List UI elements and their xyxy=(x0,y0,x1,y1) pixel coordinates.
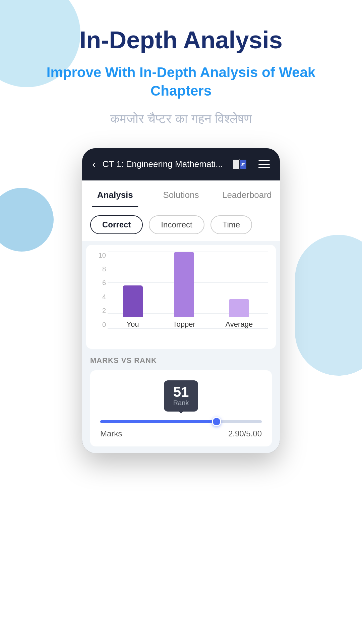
y-label-0: 0 xyxy=(94,321,106,329)
rank-bubble: 51 Rank xyxy=(164,380,198,412)
tab-solutions[interactable]: Solutions xyxy=(148,180,214,207)
hamburger-menu[interactable] xyxy=(258,160,270,168)
bar-average xyxy=(229,299,249,317)
hamburger-line-2 xyxy=(258,164,270,165)
bar-topper xyxy=(174,252,194,317)
rank-text: Rank xyxy=(173,399,189,407)
rank-bubble-row: 51 Rank xyxy=(100,380,262,412)
bar-label-topper: Topper xyxy=(173,320,195,329)
subtitle-english: Improve With In-Depth Analysis of Weak C… xyxy=(20,63,342,100)
book-icon: अ xyxy=(231,158,248,171)
y-axis: 10 8 6 4 2 0 xyxy=(94,252,106,329)
tab-leaderboard[interactable]: Leaderboard xyxy=(214,180,280,207)
filter-row: Correct Incorrect Time xyxy=(82,207,280,241)
slider-row xyxy=(100,420,262,423)
phone-mockup: ‹ CT 1: Engineering Mathemati... अ xyxy=(82,148,280,453)
bar-label-you: You xyxy=(126,320,139,329)
subtitle-hindi: कमजोर चैप्टर का गहन विश्लेषण xyxy=(110,110,252,128)
back-button[interactable]: ‹ xyxy=(92,158,96,170)
tabs-row: Analysis Solutions Leaderboard xyxy=(82,180,280,207)
phone-body: Analysis Solutions Leaderboard Correct I… xyxy=(82,180,280,453)
bar-group-you: You xyxy=(123,285,143,329)
bar-label-average: Average xyxy=(226,320,253,329)
filter-incorrect[interactable]: Incorrect xyxy=(149,215,204,234)
bars-container: You Topper Average xyxy=(108,252,268,339)
tab-analysis[interactable]: Analysis xyxy=(82,180,148,207)
hamburger-line-3 xyxy=(258,167,270,168)
phone-header: ‹ CT 1: Engineering Mathemati... अ xyxy=(82,148,280,180)
y-label-8: 8 xyxy=(94,265,106,273)
bar-you xyxy=(123,285,143,317)
marks-vs-rank-label: MARKS VS RANK xyxy=(90,356,272,365)
y-label-2: 2 xyxy=(94,307,106,315)
bar-group-average: Average xyxy=(226,299,253,329)
slider-meta: Marks 2.90/5.00 xyxy=(100,429,262,438)
rank-card: 51 Rank Marks 2.90/5.00 xyxy=(90,370,272,446)
page-title: In-Depth Analysis xyxy=(79,27,282,53)
y-label-4: 4 xyxy=(94,293,106,301)
slider-track[interactable] xyxy=(100,420,262,423)
slider-thumb[interactable] xyxy=(212,417,221,426)
filter-time[interactable]: Time xyxy=(210,215,252,234)
y-label-6: 6 xyxy=(94,279,106,287)
y-label-10: 10 xyxy=(94,252,106,259)
chart-area: 10 8 6 4 2 0 xyxy=(94,252,268,339)
svg-text:अ: अ xyxy=(241,162,245,167)
marks-vs-rank-section: MARKS VS RANK 51 Rank xyxy=(82,353,280,453)
header-title: CT 1: Engineering Mathemati... xyxy=(103,159,224,169)
filter-correct[interactable]: Correct xyxy=(90,215,143,234)
marks-label: Marks xyxy=(100,429,122,438)
svg-rect-0 xyxy=(233,160,239,169)
bar-group-topper: Topper xyxy=(173,252,195,329)
hamburger-line-1 xyxy=(258,160,270,161)
marks-value: 2.90/5.00 xyxy=(228,429,262,438)
chart-section: 10 8 6 4 2 0 xyxy=(86,245,276,349)
rank-number: 51 xyxy=(173,385,189,399)
